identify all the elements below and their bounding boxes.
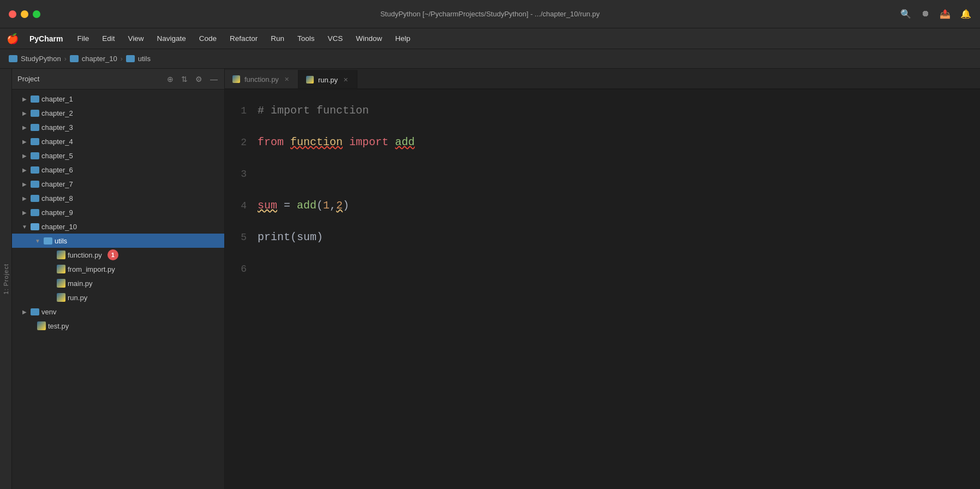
tab-close-button[interactable]: ✕ <box>283 75 290 84</box>
arrow-icon: ▼ <box>21 224 28 230</box>
menu-code[interactable]: Code <box>194 32 222 45</box>
paren: ( <box>316 190 323 222</box>
record-icon[interactable]: ⏺ <box>921 9 930 19</box>
tree-label: chapter_9 <box>41 208 73 217</box>
tree-item-function-py[interactable]: ▶ function.py 1 <box>12 248 224 262</box>
maximize-button[interactable] <box>33 10 40 18</box>
tree-item-chapter3[interactable]: ▶ chapter_3 <box>12 120 224 134</box>
menu-help[interactable]: Help <box>390 32 416 45</box>
tree-item-run-py[interactable]: ▶ run.py <box>12 290 224 305</box>
tree-label: utils <box>55 237 67 245</box>
arrow-icon: ▶ <box>21 210 28 216</box>
sort-icon[interactable]: ⇅ <box>180 74 189 85</box>
code-line-1: # import function <box>258 95 969 127</box>
folder-icon <box>44 237 52 244</box>
settings-icon[interactable]: ⚙ <box>194 74 204 85</box>
menu-edit[interactable]: Edit <box>97 32 120 45</box>
folder-icon <box>31 110 39 117</box>
menu-view[interactable]: View <box>123 32 150 45</box>
tab-close-button[interactable]: ✕ <box>342 76 349 84</box>
paren-close: ) <box>316 222 323 253</box>
func-add: add <box>395 127 415 158</box>
breadcrumb-utils[interactable]: utils <box>126 55 151 63</box>
python-file-icon <box>57 265 65 273</box>
tree-item-chapter10[interactable]: ▼ chapter_10 <box>12 219 224 234</box>
tab-label: function.py <box>244 75 279 84</box>
tree-item-venv[interactable]: ▶ venv <box>12 305 224 319</box>
menu-tools[interactable]: Tools <box>292 32 320 45</box>
folder-icon <box>31 96 39 103</box>
space <box>389 127 395 158</box>
tree-item-from-import-py[interactable]: ▶ from_import.py <box>12 262 224 276</box>
titlebar-actions[interactable]: 🔍 ⏺ 📤 🔔 <box>900 9 971 19</box>
tree-item-main-py[interactable]: ▶ main.py <box>12 276 224 290</box>
code-line-5: print ( sum ) <box>258 222 969 253</box>
tree-item-chapter5[interactable]: ▶ chapter_5 <box>12 148 224 163</box>
breadcrumb-study-python[interactable]: StudyPython <box>9 55 61 63</box>
tree-item-utils[interactable]: ▼ utils <box>12 234 224 248</box>
menu-refactor[interactable]: Refactor <box>224 32 263 45</box>
breadcrumb: StudyPython › chapter_10 › utils <box>0 49 980 69</box>
code-line-6 <box>258 253 969 285</box>
keyword-from: from <box>258 127 284 158</box>
tab-run-py[interactable]: run.py ✕ <box>298 70 357 88</box>
editor-area: function.py ✕ run.py ✕ 1 2 3 4 5 6 <box>225 69 980 489</box>
menu-run[interactable]: Run <box>265 32 290 45</box>
sidebar-tab[interactable]: 1: Project <box>0 69 12 489</box>
code-editor[interactable]: 1 2 3 4 5 6 # import function from funct… <box>225 90 980 489</box>
share-icon[interactable]: 📤 <box>940 9 951 19</box>
minimize-button[interactable] <box>21 10 28 18</box>
tree-label: chapter_8 <box>41 194 73 202</box>
menu-window[interactable]: Window <box>350 32 387 45</box>
sidebar-tab-label: 1: Project <box>3 264 9 294</box>
search-icon[interactable]: 🔍 <box>900 9 911 19</box>
tree-item-chapter8[interactable]: ▶ chapter_8 <box>12 191 224 205</box>
arrow-icon: ▶ <box>21 139 28 145</box>
breadcrumb-chapter10[interactable]: chapter_10 <box>70 55 117 63</box>
python-file-icon <box>57 293 65 302</box>
folder-icon <box>31 195 39 202</box>
folder-icon <box>70 55 79 62</box>
collapse-icon[interactable]: — <box>209 74 219 85</box>
tree-label: from_import.py <box>68 265 115 273</box>
apple-menu[interactable]: 🍎 <box>7 33 19 45</box>
close-button[interactable] <box>9 10 16 18</box>
add-icon[interactable]: ⊕ <box>166 74 175 85</box>
window-title: StudyPython [~/PycharmProjects/StudyPyth… <box>380 10 600 18</box>
tree-item-chapter2[interactable]: ▶ chapter_2 <box>12 106 224 120</box>
tree-item-chapter9[interactable]: ▶ chapter_9 <box>12 205 224 219</box>
menu-vcs[interactable]: VCS <box>322 32 348 45</box>
func-call-add: add <box>297 190 316 222</box>
tree-item-chapter1[interactable]: ▶ chapter_1 <box>12 92 224 106</box>
folder-icon <box>31 209 39 216</box>
tree-item-chapter6[interactable]: ▶ chapter_6 <box>12 163 224 177</box>
builtin-print: print <box>258 222 290 253</box>
project-label: Project <box>17 75 39 83</box>
tree-label: chapter_2 <box>41 109 73 117</box>
main-layout: 1: Project Project ⊕ ⇅ ⚙ — ▶ chapter_1 ▶ <box>0 69 980 489</box>
tab-function-py[interactable]: function.py ✕ <box>225 70 298 88</box>
menu-file[interactable]: File <box>71 32 94 45</box>
tree-label: chapter_7 <box>41 180 73 188</box>
arrow-icon: ▶ <box>21 181 28 187</box>
notification-icon[interactable]: 🔔 <box>960 9 971 19</box>
arrow-icon: ▶ <box>21 153 28 159</box>
folder-icon <box>31 308 39 315</box>
tree-item-test-py[interactable]: ▶ test.py <box>12 319 224 333</box>
window-controls[interactable] <box>9 10 40 18</box>
folder-icon <box>31 138 39 145</box>
tree-label: function.py <box>68 251 102 259</box>
breadcrumb-label-root: StudyPython <box>21 55 61 63</box>
folder-icon <box>31 181 39 188</box>
folder-icon <box>31 152 39 159</box>
arrow-icon: ▶ <box>21 110 28 116</box>
breadcrumb-separator-2: › <box>121 55 123 63</box>
tree-item-chapter7[interactable]: ▶ chapter_7 <box>12 177 224 191</box>
code-comment: # import function <box>258 95 369 127</box>
line-num-4: 4 <box>225 190 247 222</box>
paren-close: ) <box>343 190 349 222</box>
tree-label: chapter_4 <box>41 138 73 146</box>
menu-navigate[interactable]: Navigate <box>152 32 192 45</box>
folder-icon <box>126 55 135 62</box>
tree-item-chapter4[interactable]: ▶ chapter_4 <box>12 134 224 148</box>
